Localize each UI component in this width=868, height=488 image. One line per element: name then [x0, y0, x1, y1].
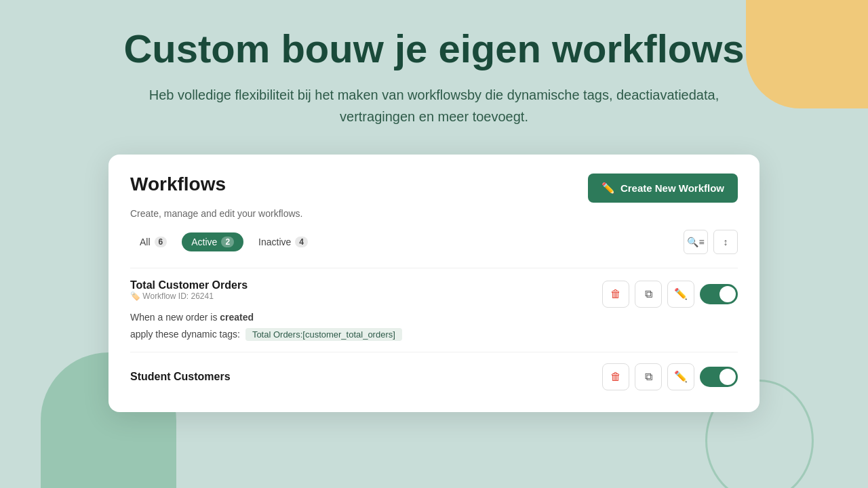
workflow-trigger: When a new order is created	[130, 312, 738, 323]
tag-badge: Total Orders:[customer_total_orders]	[245, 328, 402, 341]
toggle-knob	[719, 286, 736, 302]
workflow-header-2: Student Customers 🗑 ⧉ ✏️	[130, 363, 738, 390]
workflow-item: Total Customer Orders 🏷️ Workflow ID: 26…	[130, 268, 738, 352]
card-title: Workflows	[130, 174, 226, 195]
card-subtitle: Create, manage and edit your workflows.	[130, 208, 738, 219]
trash-icon-2: 🗑	[610, 371, 621, 383]
search-filter-icon: 🔍≡	[687, 237, 704, 247]
workflow-tags-line: apply these dynamic tags: Total Orders:[…	[130, 328, 738, 341]
workflow-header: Total Customer Orders 🏷️ Workflow ID: 26…	[130, 279, 738, 309]
workflow-item-second: Student Customers 🗑 ⧉ ✏️	[130, 352, 738, 390]
sort-button[interactable]: ↕	[713, 230, 738, 254]
delete-button[interactable]: 🗑	[602, 281, 629, 308]
edit-icon: ✏️	[674, 287, 688, 300]
hero-title: Custom bouw je eigen workflows	[68, 27, 800, 70]
toggle-knob-2	[719, 369, 736, 385]
card-header: Workflows ✏️ Create New Workflow	[130, 174, 738, 203]
create-workflow-button[interactable]: ✏️ Create New Workflow	[588, 174, 738, 203]
edit-icon-2: ✏️	[674, 370, 688, 383]
workflow-actions-2: 🗑 ⧉ ✏️	[602, 363, 738, 390]
workflows-card: Workflows ✏️ Create New Workflow Create,…	[108, 155, 760, 412]
toggle-switch[interactable]	[700, 284, 738, 304]
hero-subtitle: Heb volledige flexibiliteit bij het make…	[129, 84, 739, 127]
filter-all[interactable]: All 6	[130, 232, 176, 251]
copy-icon-2: ⧉	[645, 371, 652, 383]
workflow-name: Total Customer Orders	[130, 279, 248, 291]
filter-actions: 🔍≡ ↕	[684, 230, 738, 254]
toggle-switch-2[interactable]	[700, 367, 738, 387]
filter-inactive[interactable]: Inactive 4	[249, 232, 317, 251]
copy-button-2[interactable]: ⧉	[635, 363, 662, 390]
pencil-icon: ✏️	[601, 182, 615, 195]
tag-emoji: 🏷️	[130, 291, 140, 301]
filter-tabs: All 6 Active 2 Inactive 4	[130, 232, 317, 251]
workflow-info: Total Customer Orders 🏷️ Workflow ID: 26…	[130, 279, 248, 309]
delete-button-2[interactable]: 🗑	[602, 363, 629, 390]
hero-section: Custom bouw je eigen workflows Heb volle…	[0, 0, 868, 141]
filter-active[interactable]: Active 2	[182, 232, 243, 251]
workflow-actions: 🗑 ⧉ ✏️	[602, 281, 738, 308]
copy-icon: ⧉	[645, 288, 652, 300]
edit-button-2[interactable]: ✏️	[667, 363, 694, 390]
edit-button[interactable]: ✏️	[667, 281, 694, 308]
workflow-info-2: Student Customers	[130, 371, 231, 383]
workflow-id: 🏷️ Workflow ID: 26241	[130, 291, 248, 301]
trash-icon: 🗑	[610, 288, 621, 300]
filter-bar: All 6 Active 2 Inactive 4 🔍≡ ↕	[130, 230, 738, 254]
workflow-name-2: Student Customers	[130, 371, 231, 383]
search-filter-button[interactable]: 🔍≡	[684, 230, 708, 254]
copy-button[interactable]: ⧉	[635, 281, 662, 308]
sort-icon: ↕	[724, 237, 728, 247]
